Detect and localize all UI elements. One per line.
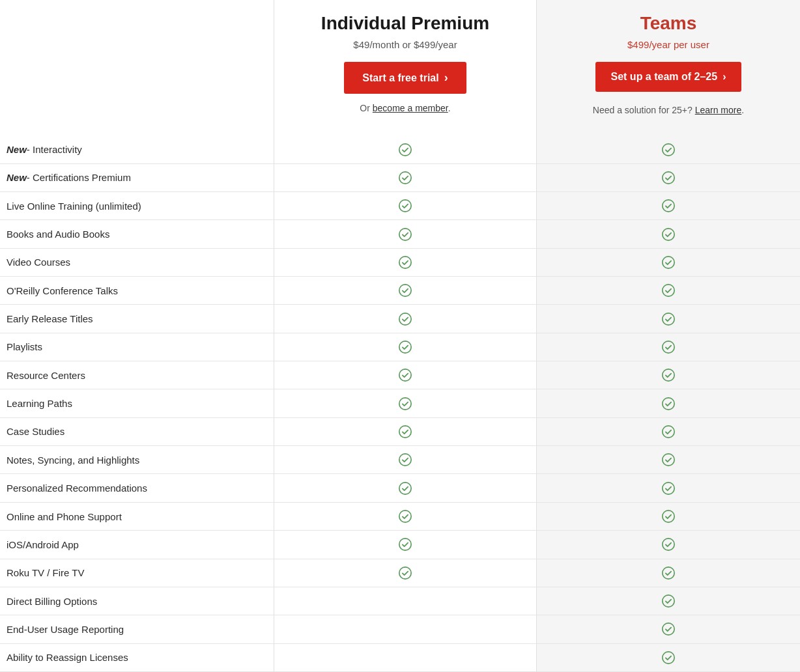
check-circle-icon — [661, 594, 676, 608]
svg-point-19 — [663, 397, 674, 409]
feature-teams-check-18 — [537, 644, 800, 672]
feature-teams-check-8 — [537, 361, 800, 389]
or-text: Or become a member. — [281, 103, 530, 113]
feature-label-3: Books and Audio Books — [0, 220, 274, 248]
feature-individual-check-7 — [274, 333, 537, 361]
check-circle-icon — [661, 199, 676, 213]
check-circle-icon — [661, 283, 676, 298]
check-circle-icon — [398, 397, 412, 411]
feature-teams-check-16 — [537, 587, 800, 615]
setup-team-label: Set up a team of 2–25 — [611, 71, 718, 83]
feature-individual-check-2 — [274, 192, 537, 220]
svg-point-0 — [399, 143, 411, 155]
feature-teams-check-9 — [537, 389, 800, 417]
svg-point-13 — [663, 313, 674, 324]
svg-point-26 — [399, 511, 411, 522]
pricing-table: Individual Premium $49/month or $499/yea… — [0, 0, 800, 672]
check-circle-icon — [398, 227, 412, 242]
check-circle-icon — [398, 255, 412, 270]
check-circle-icon — [398, 509, 412, 524]
check-circle-icon — [661, 143, 676, 157]
svg-point-6 — [399, 228, 411, 240]
check-circle-icon — [398, 566, 412, 580]
become-member-link[interactable]: become a member — [373, 103, 448, 113]
feature-label-2: Live Online Training (unlimited) — [0, 192, 274, 220]
svg-point-2 — [399, 172, 411, 184]
check-circle-icon — [661, 368, 676, 382]
feature-individual-check-3 — [274, 220, 537, 248]
feature-individual-check-18 — [274, 644, 537, 672]
feature-label-13: Online and Phone Support — [0, 503, 274, 531]
check-circle-icon — [661, 566, 676, 580]
feature-teams-check-7 — [537, 333, 800, 361]
check-circle-icon — [661, 255, 676, 270]
feature-label-11: Notes, Syncing, and Highlights — [0, 446, 274, 474]
check-circle-icon — [661, 340, 676, 354]
svg-point-15 — [663, 341, 674, 353]
feature-teams-check-17 — [537, 615, 800, 643]
svg-point-32 — [663, 595, 674, 607]
check-circle-icon — [661, 397, 676, 411]
setup-team-button[interactable]: Set up a team of 2–25 › — [595, 62, 742, 92]
svg-point-24 — [399, 482, 411, 494]
feature-teams-check-4 — [537, 249, 800, 277]
feature-individual-check-1 — [274, 164, 537, 192]
feature-teams-check-12 — [537, 474, 800, 502]
feature-individual-check-8 — [274, 361, 537, 389]
learn-more-link[interactable]: Learn more — [695, 105, 742, 115]
check-circle-icon — [661, 227, 676, 242]
feature-label-5: O'Reilly Conference Talks — [0, 277, 274, 305]
feature-label-7: Playlists — [0, 333, 274, 361]
feature-teams-check-13 — [537, 503, 800, 531]
feature-individual-check-10 — [274, 418, 537, 446]
feature-individual-check-5 — [274, 277, 537, 305]
svg-point-1 — [663, 143, 674, 155]
check-circle-icon — [398, 199, 412, 213]
feature-label-0: New - Interactivity — [0, 135, 274, 163]
check-circle-icon — [661, 171, 676, 185]
feature-label-10: Case Studies — [0, 418, 274, 446]
check-circle-icon — [398, 453, 412, 467]
feature-label-6: Early Release Titles — [0, 305, 274, 333]
individual-plan-title: Individual Premium — [281, 13, 530, 34]
feature-label-8: Resource Centers — [0, 361, 274, 389]
arrow-right-icon: › — [444, 71, 448, 85]
feature-label-1: New - Certifications Premium — [0, 164, 274, 192]
feature-label-9: Learning Paths — [0, 389, 274, 417]
svg-point-25 — [663, 482, 674, 494]
svg-point-20 — [399, 426, 411, 438]
feature-teams-check-11 — [537, 446, 800, 474]
feature-individual-check-14 — [274, 531, 537, 559]
svg-point-23 — [663, 454, 674, 466]
feature-label-16: Direct Billing Options — [0, 587, 274, 615]
check-circle-icon — [398, 283, 412, 298]
individual-plan-header: Individual Premium $49/month or $499/yea… — [274, 0, 537, 135]
svg-point-34 — [663, 652, 674, 664]
need-solution-text: Need a solution for 25+? Learn more. — [543, 105, 793, 115]
feature-teams-check-3 — [537, 220, 800, 248]
svg-point-3 — [663, 172, 674, 184]
svg-point-4 — [399, 200, 411, 212]
check-circle-icon — [661, 481, 676, 496]
check-circle-icon — [398, 143, 412, 157]
svg-point-18 — [399, 397, 411, 409]
start-trial-button[interactable]: Start a free trial › — [344, 62, 466, 94]
features-header-cell — [0, 0, 274, 135]
svg-point-22 — [399, 454, 411, 466]
check-circle-icon — [661, 651, 676, 665]
check-circle-icon — [398, 537, 412, 552]
check-circle-icon — [661, 537, 676, 552]
feature-individual-check-16 — [274, 587, 537, 615]
check-circle-icon — [398, 368, 412, 382]
svg-point-31 — [663, 567, 674, 579]
feature-teams-check-6 — [537, 305, 800, 333]
feature-individual-check-12 — [274, 474, 537, 502]
check-circle-icon — [661, 622, 676, 636]
feature-individual-check-17 — [274, 615, 537, 643]
svg-point-11 — [663, 285, 674, 296]
feature-label-14: iOS/Android App — [0, 531, 274, 559]
svg-point-16 — [399, 369, 411, 381]
check-circle-icon — [398, 312, 412, 326]
check-circle-icon — [661, 509, 676, 524]
svg-point-17 — [663, 369, 674, 381]
